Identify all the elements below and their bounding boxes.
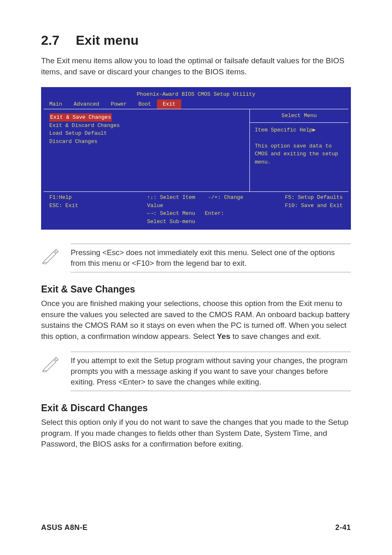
bios-footer-right: F5: Setup Defaults F10: Save and Exit xyxy=(245,193,343,210)
bios-item-save: Exit & Save Changes xyxy=(49,113,112,122)
bios-item-load-default: Load Setup Default xyxy=(49,129,244,138)
intro-text: The Exit menu items allow you to load th… xyxy=(41,55,351,77)
bios-item-discard: Discard Changes xyxy=(49,138,244,146)
bios-footer-mid: ↑↓: Select Item -/+: Change Value ←→: Se… xyxy=(147,193,245,226)
bios-tab-advanced: Advanced xyxy=(68,99,105,109)
select-item: : Select Item xyxy=(154,194,195,200)
exit-save-body: Once you are finished making your select… xyxy=(41,298,351,342)
footer-left: ASUS A8N-E xyxy=(41,523,88,532)
select-menu: : Select Menu xyxy=(154,210,195,216)
setup-defaults: F5: Setup Defaults xyxy=(285,194,343,200)
bios-tabs: Main Advanced Power Boot Exit xyxy=(44,99,348,110)
note-1: Pressing <Esc> does not immediately exit… xyxy=(41,244,351,272)
esc-exit: ESC: Exit xyxy=(49,203,78,209)
bios-footer-left: F1:Help ESC: Exit xyxy=(49,193,147,210)
bios-tab-main: Main xyxy=(44,99,68,109)
f1-help: F1:Help xyxy=(49,194,72,200)
bios-screenshot: Phoenix-Award BIOS CMOS Setup Utility Ma… xyxy=(41,87,351,230)
note-2-text: If you attempt to exit the Setup program… xyxy=(71,355,351,387)
yes-label: Yes xyxy=(217,332,231,341)
bios-title: Phoenix-Award BIOS CMOS Setup Utility xyxy=(44,90,348,99)
bios-item-discard-exit: Exit & Discard Changes xyxy=(49,122,244,130)
bios-right-title: Select Menu xyxy=(250,109,348,123)
save-exit: F10: Save and Exit xyxy=(285,203,343,209)
exit-discard-heading: Exit & Discard Changes xyxy=(41,403,351,414)
bios-body: Exit & Save Changes Exit & Discard Chang… xyxy=(44,109,348,191)
section-title: Exit menu xyxy=(76,33,138,48)
bios-tab-exit: Exit xyxy=(157,99,181,109)
bios-right-help: Item Specific Help▶ This option save dat… xyxy=(250,123,348,192)
bios-help-label: Item Specific Help xyxy=(255,127,312,133)
bios-footer: F1:Help ESC: Exit ↑↓: Select Item -/+: C… xyxy=(44,191,348,227)
arrows-vertical-icon: ↑↓ xyxy=(147,194,154,200)
bios-tab-power: Power xyxy=(105,99,133,109)
note-1-text: Pressing <Esc> does not immediately exit… xyxy=(71,247,351,269)
triangle-right-icon: ▶ xyxy=(312,127,316,133)
exit-discard-body: Select this option only if you do not wa… xyxy=(41,417,351,450)
bios-tab-boot: Boot xyxy=(133,99,157,109)
pen-icon xyxy=(41,354,59,372)
note-2: If you attempt to exit the Setup program… xyxy=(41,352,351,391)
arrows-horizontal-icon: ←→ xyxy=(147,210,154,216)
pen-icon xyxy=(41,246,59,264)
bios-help-text: This option save data to CMOS and exitin… xyxy=(255,143,338,165)
bios-right-panel: Select Menu Item Specific Help▶ This opt… xyxy=(250,109,348,191)
section-number: 2.7 xyxy=(41,33,59,48)
bios-left-panel: Exit & Save Changes Exit & Discard Chang… xyxy=(44,109,250,191)
footer-right: 2-41 xyxy=(335,523,351,532)
exit-save-text-2: to save changes and exit. xyxy=(231,332,321,341)
exit-save-heading: Exit & Save Changes xyxy=(41,284,351,295)
page-heading: 2.7Exit menu xyxy=(41,33,351,48)
page-footer: ASUS A8N-E 2-41 xyxy=(41,523,351,532)
